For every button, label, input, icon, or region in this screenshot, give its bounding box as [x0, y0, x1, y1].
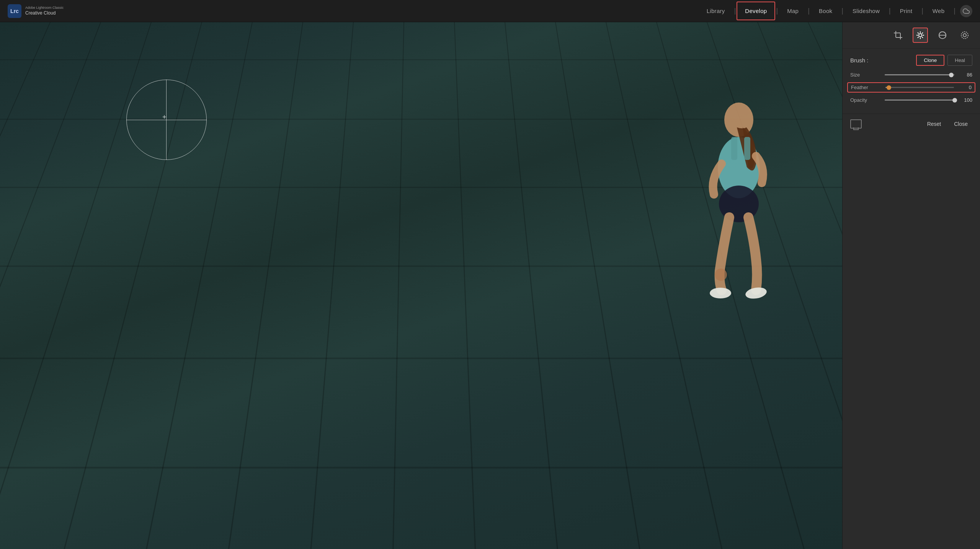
logo-line1: Adobe Lightroom Classic	[25, 6, 64, 10]
top-navigation-bar: Lrc Adobe Lightroom Classic Creative Clo…	[0, 0, 980, 22]
feather-slider-track[interactable]	[885, 87, 954, 88]
brush-label: Brush :	[850, 57, 869, 64]
size-slider-track[interactable]	[885, 74, 955, 75]
opacity-slider-fill	[885, 99, 955, 101]
svg-point-3	[710, 288, 731, 298]
tool-icons-row	[843, 22, 980, 49]
opacity-slider-row: Opacity 100	[850, 97, 972, 103]
crop-tool-icon[interactable]	[890, 28, 906, 43]
masking-tool-icon[interactable]	[935, 28, 950, 43]
nav-sep-4: |	[841, 7, 844, 15]
cloud-sync-button[interactable]	[960, 5, 972, 17]
nav-print[interactable]: Print	[892, 1, 921, 21]
logo-abbr: Lrc	[10, 8, 19, 14]
nav-sep-5: |	[888, 7, 892, 15]
svg-rect-6	[744, 137, 750, 160]
svg-point-8	[919, 34, 922, 37]
radial-filter-icon[interactable]	[957, 28, 972, 43]
brush-bottom-controls: Reset Close	[843, 114, 980, 134]
nav-map[interactable]: Map	[779, 1, 807, 21]
nav-sep-1: |	[733, 7, 737, 15]
logo-line2: Creative Cloud	[25, 10, 64, 16]
lrc-logo-box: Lrc	[8, 4, 21, 18]
svg-point-11	[963, 34, 966, 37]
feather-label: Feather	[851, 85, 882, 90]
monitor-icon[interactable]	[850, 119, 862, 129]
feather-value: 0	[958, 85, 972, 90]
clone-button[interactable]: Clone	[916, 55, 944, 66]
nav-slideshow[interactable]: Slideshow	[844, 1, 888, 21]
opacity-label: Opacity	[850, 97, 881, 103]
nav-sep-6: |	[921, 7, 924, 15]
size-slider-row: Size 86	[850, 72, 972, 78]
opacity-value: 100	[959, 97, 972, 103]
heal-button[interactable]: Heal	[947, 55, 972, 66]
nav-items: Library | Develop | Map | Book | Slidesh…	[698, 1, 980, 21]
svg-rect-5	[731, 137, 737, 160]
nav-sep-2: |	[775, 7, 779, 15]
size-label: Size	[850, 72, 881, 78]
heal-brush-tool-icon[interactable]	[913, 28, 928, 43]
close-button[interactable]: Close	[949, 119, 972, 129]
opacity-slider-track[interactable]	[885, 99, 955, 101]
size-value: 86	[959, 72, 972, 78]
nav-book[interactable]: Book	[810, 1, 841, 21]
nav-sep-7: |	[953, 7, 956, 15]
reset-button[interactable]: Reset	[923, 119, 946, 129]
brush-center-cross	[164, 117, 170, 123]
photo-canvas[interactable]	[0, 22, 842, 549]
svg-point-4	[745, 286, 768, 300]
svg-point-10	[961, 32, 968, 39]
size-slider-thumb	[949, 73, 954, 77]
size-slider-fill	[885, 74, 951, 75]
right-panel: Brush : Clone Heal Size 86 Feather 0	[842, 22, 980, 549]
opacity-slider-thumb	[952, 98, 957, 103]
nav-sep-3: |	[807, 7, 810, 15]
nav-library[interactable]: Library	[698, 1, 733, 21]
logo-text: Adobe Lightroom Classic Creative Cloud	[25, 6, 64, 16]
nav-develop[interactable]: Develop	[737, 2, 775, 20]
brush-mode-selector: Clone Heal	[916, 55, 972, 66]
brush-header: Brush : Clone Heal	[850, 55, 972, 66]
nav-web[interactable]: Web	[924, 1, 953, 21]
brush-panel: Brush : Clone Heal Size 86 Feather 0	[843, 49, 980, 114]
svg-point-7	[715, 269, 727, 281]
feather-slider-row: Feather 0	[847, 82, 975, 93]
feather-slider-thumb	[887, 85, 891, 90]
app-logo: Lrc Adobe Lightroom Classic Creative Clo…	[0, 4, 77, 18]
runner-figure	[666, 53, 812, 328]
